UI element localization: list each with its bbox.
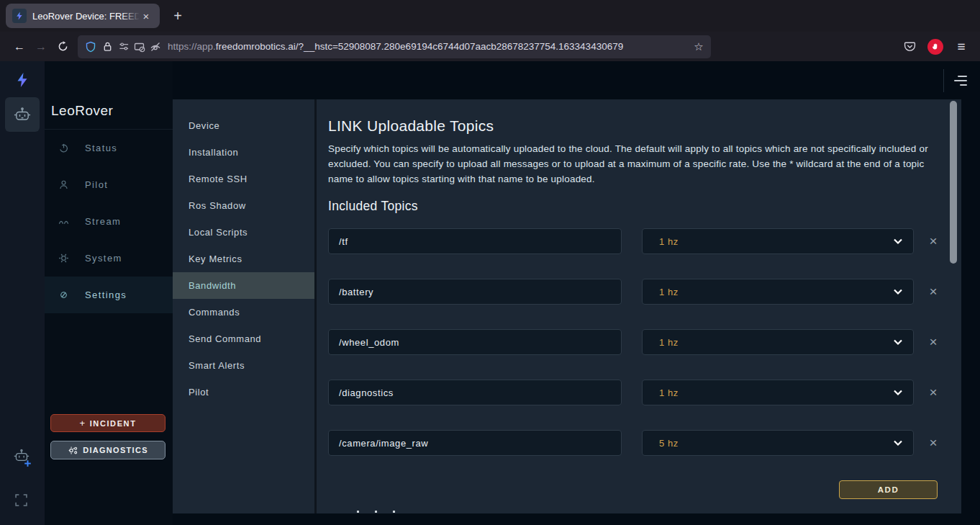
- remove-topic-button[interactable]: ×: [925, 284, 941, 300]
- url-text[interactable]: https://app.freedomrobotics.ai/?__hstc=5…: [168, 41, 704, 52]
- scrollbar-thumb[interactable]: [950, 101, 957, 264]
- page-title: LINK Uploadable Topics: [328, 117, 961, 135]
- browser-tab[interactable]: LeoRover Device: FREED ×: [6, 4, 160, 28]
- topic-name-input[interactable]: [328, 329, 622, 355]
- settings-nav-installation[interactable]: Installation: [173, 139, 314, 166]
- rate-dropdown[interactable]: 1 hz: [642, 279, 914, 305]
- sidebar-item-system[interactable]: System: [45, 240, 173, 277]
- chevron-down-icon: [893, 389, 903, 396]
- topic-row: 5 hz ×: [328, 430, 961, 456]
- chevron-down-icon: [893, 238, 903, 245]
- gears-icon: [68, 446, 78, 455]
- permission-autoplay-blocked-icon[interactable]: [150, 41, 161, 53]
- settings-nav-send-command[interactable]: Send Command: [173, 326, 314, 352]
- incident-button[interactable]: + INCIDENT: [50, 414, 165, 432]
- url-domain: freedomrobotics.ai: [216, 41, 296, 52]
- protections-shield-icon[interactable]: [85, 41, 96, 53]
- settings-nav-smart-alerts[interactable]: Smart Alerts: [173, 352, 314, 379]
- url-path: /?__hstc=52908087.280e69194c6744d07aacb2…: [296, 41, 623, 52]
- lock-icon[interactable]: [102, 41, 113, 52]
- add-device-button[interactable]: [12, 447, 32, 471]
- url-protocol: https://app.: [168, 41, 216, 52]
- remove-topic-button[interactable]: ×: [925, 233, 941, 249]
- device-tab-active[interactable]: [5, 97, 40, 132]
- rate-dropdown[interactable]: 1 hz: [642, 228, 914, 254]
- remove-topic-button[interactable]: ×: [925, 385, 941, 400]
- clipped-next-row: [357, 511, 395, 513]
- robot-icon: [12, 104, 32, 125]
- bandwidth-settings-main: LINK Uploadable Topics Specify which top…: [317, 99, 961, 513]
- app-window: LeoRover Status Pilot: [0, 61, 980, 525]
- menu-icon[interactable]: ≡: [951, 37, 971, 57]
- tab-title-fade: [121, 4, 140, 28]
- sidebar-item-settings[interactable]: Settings: [45, 277, 173, 313]
- settings-icon: [58, 290, 69, 301]
- settings-nav-key-metrics[interactable]: Key Metrics: [173, 246, 314, 272]
- lightning-icon: [15, 12, 24, 20]
- chevron-down-icon: [893, 288, 903, 295]
- topic-name-input[interactable]: [328, 430, 622, 456]
- gear-icon: [58, 253, 69, 264]
- device-sidebar: LeoRover Status Pilot: [45, 61, 173, 525]
- settings-nav-pilot[interactable]: Pilot: [173, 379, 314, 405]
- settings-nav: Device Installation Remote SSH Ros Shado…: [173, 99, 317, 513]
- reload-icon: [58, 41, 68, 52]
- notifications-filter-icon[interactable]: [954, 76, 967, 86]
- diagnostics-button[interactable]: DIAGNOSTICS: [50, 441, 165, 459]
- waves-icon: [58, 216, 69, 228]
- remove-topic-button[interactable]: ×: [925, 435, 941, 451]
- topic-name-input[interactable]: [328, 279, 622, 305]
- back-button[interactable]: ←: [9, 36, 30, 58]
- rate-dropdown[interactable]: 1 hz: [642, 329, 914, 355]
- section-title: Included Topics: [328, 199, 961, 214]
- topic-name-input[interactable]: [328, 228, 622, 254]
- chevron-down-icon: [893, 338, 903, 346]
- pocket-icon[interactable]: [899, 37, 920, 57]
- freedom-logo-icon[interactable]: [14, 71, 31, 91]
- permission-blocked-icon[interactable]: [134, 41, 145, 53]
- add-topic-button[interactable]: ADD: [839, 480, 938, 499]
- page-description: Specify which topics will be automatical…: [328, 141, 961, 187]
- sidebar-item-status[interactable]: Status: [45, 130, 173, 166]
- tab-favicon: [12, 9, 27, 23]
- permission-sliders-icon[interactable]: [119, 41, 130, 52]
- settings-nav-device[interactable]: Device: [173, 112, 314, 139]
- fullscreen-icon[interactable]: [15, 494, 27, 509]
- settings-nav-bandwidth[interactable]: Bandwidth: [173, 272, 314, 299]
- person-icon: [58, 179, 69, 191]
- sidebar-item-stream[interactable]: Stream: [45, 203, 173, 240]
- url-bar[interactable]: https://app.freedomrobotics.ai/?__hstc=5…: [78, 35, 711, 58]
- settings-nav-remote-ssh[interactable]: Remote SSH: [173, 166, 314, 192]
- reload-button[interactable]: [52, 36, 73, 58]
- header-divider: [943, 69, 944, 92]
- topic-row: 1 hz ×: [328, 228, 961, 254]
- bookmark-star-icon[interactable]: ☆: [691, 39, 707, 55]
- plus-icon: [24, 460, 31, 467]
- settings-nav-ros-shadow[interactable]: Ros Shadow: [173, 192, 314, 219]
- device-header: LeoRover: [45, 61, 173, 130]
- screen: LeoRover Device: FREED × + ← →: [0, 0, 980, 525]
- browser-tab-strip: LeoRover Device: FREED × +: [0, 0, 980, 32]
- remove-topic-button[interactable]: ×: [925, 334, 941, 350]
- tab-close-icon[interactable]: ×: [139, 9, 153, 23]
- browser-toolbar: ← →: [0, 32, 980, 61]
- power-icon: [58, 143, 69, 154]
- settings-panel: Device Installation Remote SSH Ros Shado…: [173, 99, 961, 513]
- new-tab-button[interactable]: +: [167, 5, 189, 27]
- forward-button[interactable]: →: [30, 36, 52, 58]
- topic-row: 1 hz ×: [328, 380, 961, 405]
- settings-nav-local-scripts[interactable]: Local Scripts: [173, 219, 314, 246]
- topic-row: 1 hz ×: [328, 279, 961, 305]
- settings-nav-commands[interactable]: Commands: [173, 299, 314, 326]
- device-name: LeoRover: [51, 103, 173, 119]
- plus-icon: +: [80, 418, 86, 428]
- chevron-down-icon: [893, 439, 903, 447]
- sidebar-item-pilot[interactable]: Pilot: [45, 166, 173, 203]
- topic-name-input[interactable]: [328, 380, 622, 405]
- included-topics-list: 1 hz × 1 hz: [328, 228, 961, 456]
- rate-dropdown[interactable]: 5 hz: [642, 430, 914, 456]
- app-rail: [0, 61, 45, 525]
- rate-dropdown[interactable]: 1 hz: [642, 380, 914, 405]
- topic-row: 1 hz ×: [328, 329, 961, 355]
- adblocker-extension-icon[interactable]: [925, 37, 945, 57]
